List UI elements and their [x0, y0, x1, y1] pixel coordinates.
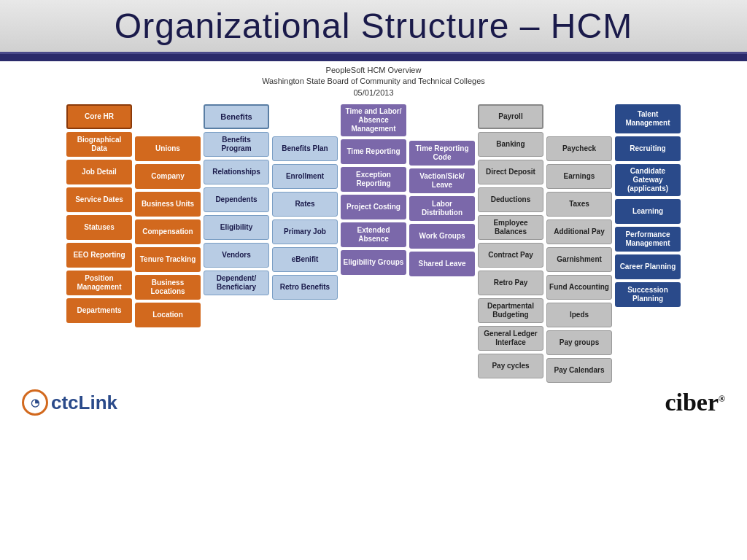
payroll-section: Payroll Banking Direct Deposit Deduction… — [478, 104, 612, 383]
extended-absence-box[interactable]: Extended Absence — [341, 222, 406, 247]
benefits-header[interactable]: Benefits — [204, 104, 269, 129]
direct-deposit-box[interactable]: Direct Deposit — [478, 160, 543, 184]
subtitle: PeopleSoft HCM Overview Washington State… — [7, 65, 740, 98]
banking-box[interactable]: Banking — [478, 132, 543, 157]
pay-cycles-box[interactable]: Pay cycles — [478, 354, 543, 378]
pay-calendars-box[interactable]: Pay Calendars — [546, 358, 612, 383]
additional-pay-box[interactable]: Additional Pay — [546, 219, 612, 244]
talent-management-section: Talent Management Recruiting Candidate G… — [615, 104, 681, 307]
service-dates-box[interactable]: Service Dates — [66, 187, 132, 212]
ctclink-text: ctcLink — [51, 392, 117, 414]
earnings-box[interactable]: Earnings — [546, 164, 612, 189]
eligibility-groups-box[interactable]: Eligibility Groups — [341, 250, 406, 275]
ctclink-circle-icon: ◔ — [22, 389, 48, 416]
fund-accounting-box[interactable]: Fund Accounting — [546, 275, 612, 300]
biographical-data-box[interactable]: Biographical Data — [66, 132, 132, 157]
job-detail-box[interactable]: Job Detail — [66, 160, 132, 184]
departments-box[interactable]: Departments — [66, 298, 132, 323]
core-hr-col2: Unions Company Business Units Compensati… — [135, 104, 201, 327]
nav-bar — [0, 54, 747, 61]
work-groups-box[interactable]: Work Groups — [409, 224, 475, 249]
tenure-tracking-box[interactable]: Tenure Tracking — [135, 247, 201, 272]
payroll-col1: Payroll Banking Direct Deposit Deduction… — [478, 104, 543, 378]
ebenifit-box[interactable]: eBenifit — [272, 247, 338, 272]
time-labor-col1: Time and Labor/ Absence Management Time … — [341, 104, 406, 275]
unions-box[interactable]: Unions — [135, 136, 201, 161]
core-hr-section: Core HR Biographical Data Job Detail Ser… — [66, 104, 201, 327]
vendors-box[interactable]: Vendors — [204, 243, 269, 268]
header: Organizational Structure – HCM — [0, 0, 747, 54]
employee-balances-box[interactable]: Employee Balances — [478, 215, 543, 240]
eeo-reporting-box[interactable]: EEO Reporting — [66, 243, 132, 268]
candidate-gateway-box[interactable]: Candidate Gateway (applicants) — [615, 164, 681, 196]
time-labor-col2: Time Reporting Code Vaction/Sick/ Leave … — [409, 104, 475, 276]
garnishment-box[interactable]: Garnishment — [546, 247, 612, 272]
business-units-box[interactable]: Business Units — [135, 192, 201, 217]
relationships-box[interactable]: Relationships — [204, 160, 269, 184]
ctclink-logo: ◔ ctcLink — [22, 389, 117, 416]
compensation-box[interactable]: Compensation — [135, 219, 201, 244]
benefits-col2: Benefits Plan Enrollment Rates Primary J… — [272, 104, 338, 300]
time-labor-section: Time and Labor/ Absence Management Time … — [341, 104, 475, 276]
retro-benefits-box[interactable]: Retro Benefits — [272, 275, 338, 300]
core-hr-header[interactable]: Core HR — [66, 104, 132, 129]
org-chart: Core HR Biographical Data Job Detail Ser… — [7, 104, 740, 383]
payroll-col2: Paycheck Earnings Taxes Additional Pay G… — [546, 104, 612, 383]
taxes-box[interactable]: Taxes — [546, 192, 612, 217]
position-management-box[interactable]: Position Management — [66, 271, 132, 295]
ipeds-box[interactable]: Ipeds — [546, 303, 612, 327]
page-title: Organizational Structure – HCM — [15, 6, 732, 46]
enrollment-box[interactable]: Enrollment — [272, 164, 338, 189]
benefits-program-box[interactable]: Benefits Program — [204, 132, 269, 157]
ciber-logo: ciber® — [665, 389, 725, 416]
project-costing-box[interactable]: Project Costing — [341, 195, 406, 219]
pay-groups-box[interactable]: Pay groups — [546, 330, 612, 355]
labor-distribution-box[interactable]: Labor Distribution — [409, 196, 475, 221]
dependents-box[interactable]: Dependents — [204, 187, 269, 212]
time-reporting-box[interactable]: Time Reporting — [341, 139, 406, 164]
succession-planning-box[interactable]: Succession Planning — [615, 282, 681, 307]
paycheck-box[interactable]: Paycheck — [546, 136, 612, 161]
dependent-beneficiary-box[interactable]: Dependent/ Beneficiary — [204, 271, 269, 295]
performance-management-box[interactable]: Performance Management — [615, 227, 681, 252]
deductions-box[interactable]: Deductions — [478, 187, 543, 212]
talent-management-header[interactable]: Talent Management — [615, 104, 681, 133]
time-reporting-code-box[interactable]: Time Reporting Code — [409, 141, 475, 166]
retro-pay-box[interactable]: Retro Pay — [478, 271, 543, 295]
departmental-budgeting-box[interactable]: Departmental Budgeting — [478, 298, 543, 323]
business-locations-box[interactable]: Business Locations — [135, 275, 201, 300]
content-area: PeopleSoft HCM Overview Washington State… — [0, 61, 747, 420]
exception-reporting-box[interactable]: Exception Reporting — [341, 167, 406, 192]
company-box[interactable]: Company — [135, 164, 201, 189]
statuses-box[interactable]: Statuses — [66, 215, 132, 240]
eligibility-box[interactable]: Eligibility — [204, 215, 269, 240]
rates-box[interactable]: Rates — [272, 192, 338, 217]
benefits-col1: Benefits Benefits Program Relationships … — [204, 104, 269, 295]
recruiting-box[interactable]: Recruiting — [615, 136, 681, 161]
benefits-plan-box[interactable]: Benefits Plan — [272, 136, 338, 161]
location-box[interactable]: Location — [135, 303, 201, 327]
time-labor-header[interactable]: Time and Labor/ Absence Management — [341, 104, 406, 136]
primary-job-box[interactable]: Primary Job — [272, 219, 338, 244]
general-ledger-box[interactable]: General Ledger Interface — [478, 326, 543, 351]
benefits-section: Benefits Benefits Program Relationships … — [204, 104, 338, 300]
learning-box[interactable]: Learning — [615, 199, 681, 224]
payroll-header[interactable]: Payroll — [478, 104, 543, 129]
career-planning-box[interactable]: Career Planning — [615, 254, 681, 279]
vacation-sick-leave-box[interactable]: Vaction/Sick/ Leave — [409, 168, 475, 193]
contract-pay-box[interactable]: Contract Pay — [478, 243, 543, 268]
core-hr-col: Core HR Biographical Data Job Detail Ser… — [66, 104, 132, 323]
shared-leave-box[interactable]: Shared Leave — [409, 252, 475, 276]
